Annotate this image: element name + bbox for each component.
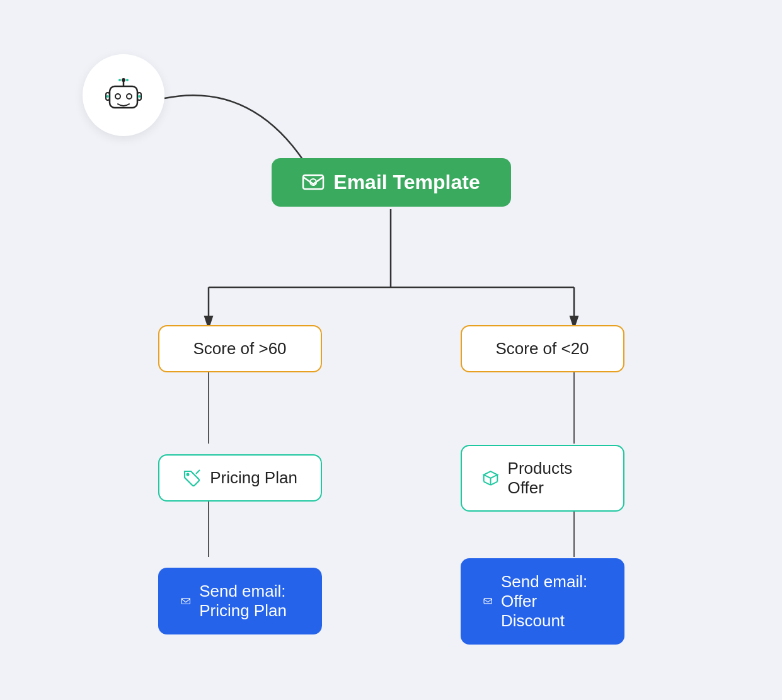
svg-marker-23: [483, 471, 497, 478]
svg-point-12: [122, 78, 125, 82]
pricing-plan-node[interactable]: Pricing Plan: [158, 454, 322, 502]
svg-point-9: [115, 94, 120, 99]
svg-rect-8: [110, 86, 137, 108]
svg-point-10: [127, 94, 132, 99]
send-offer-discount-label: Send email: Offer Discount: [501, 572, 602, 631]
pricing-plan-label: Pricing Plan: [210, 468, 297, 488]
svg-line-27: [483, 481, 490, 485]
products-offer-node[interactable]: Products Offer: [461, 445, 624, 512]
svg-rect-30: [484, 599, 492, 604]
email-template-node[interactable]: Email Template: [272, 158, 511, 207]
products-offer-label: Products Offer: [508, 459, 603, 498]
svg-rect-19: [303, 175, 323, 189]
robot-icon: [101, 72, 146, 118]
box-icon: [482, 469, 499, 488]
svg-rect-29: [181, 599, 190, 604]
svg-point-16: [138, 95, 141, 98]
score-lt20-label: Score of <20: [495, 339, 589, 358]
email-template-icon: [302, 171, 325, 193]
svg-point-18: [126, 79, 129, 81]
send-pricing-plan-node[interactable]: Send email: Pricing Plan: [158, 568, 322, 634]
svg-line-28: [490, 481, 497, 485]
score-gt60-label: Score of >60: [193, 339, 286, 358]
email-template-label: Email Template: [333, 171, 480, 194]
plan-row: Pricing Plan Products Offer: [158, 445, 624, 512]
send-row: Send email: Pricing Plan Send email: Off…: [158, 558, 624, 645]
score-lt20-node[interactable]: Score of <20: [461, 325, 624, 372]
mail-icon-left: [181, 592, 191, 610]
send-pricing-plan-label: Send email: Pricing Plan: [199, 582, 299, 621]
svg-point-17: [118, 79, 121, 81]
svg-point-14: [106, 95, 109, 98]
svg-point-21: [187, 473, 190, 476]
score-row: Score of >60 Score of <20: [158, 325, 624, 372]
send-offer-discount-node[interactable]: Send email: Offer Discount: [461, 558, 624, 645]
robot-avatar: [83, 54, 164, 136]
score-gt60-node[interactable]: Score of >60: [158, 325, 322, 372]
mail-icon-right: [483, 592, 492, 610]
tag-icon: [182, 469, 201, 488]
diagram-container: Email Template Score of >60 Score of <20…: [45, 42, 738, 659]
svg-line-22: [196, 470, 200, 474]
